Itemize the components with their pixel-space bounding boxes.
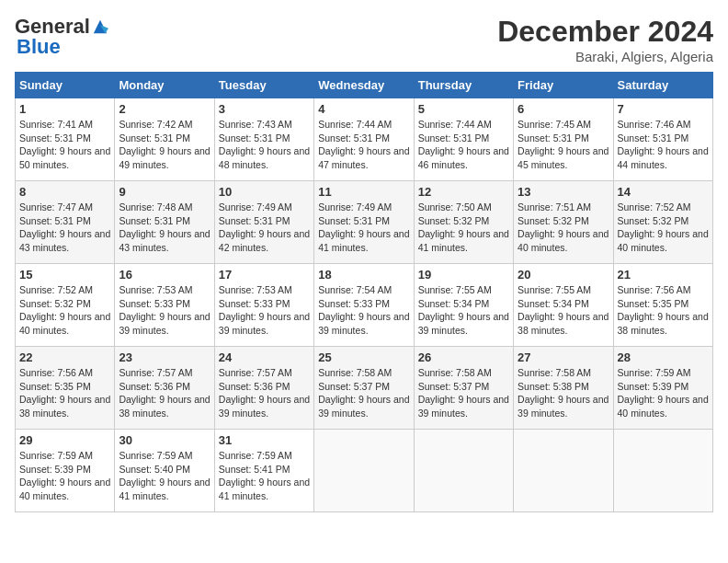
day-number: 22 (19, 350, 110, 364)
calendar-day-cell: 22 Sunrise: 7:56 AM Sunset: 5:35 PM Dayl… (16, 347, 115, 430)
calendar-day-cell: 10 Sunrise: 7:49 AM Sunset: 5:31 PM Dayl… (214, 181, 313, 264)
day-number: 30 (119, 433, 210, 447)
day-number: 26 (418, 350, 509, 364)
calendar-day-cell: 3 Sunrise: 7:43 AM Sunset: 5:31 PM Dayli… (214, 98, 313, 181)
day-number: 16 (119, 268, 210, 282)
day-info: Sunrise: 7:50 AM Sunset: 5:32 PM Dayligh… (418, 201, 509, 253)
day-info: Sunrise: 7:45 AM Sunset: 5:31 PM Dayligh… (518, 119, 609, 170)
calendar-day-cell: 8 Sunrise: 7:47 AM Sunset: 5:31 PM Dayli… (16, 181, 115, 264)
calendar-day-cell: 13 Sunrise: 7:51 AM Sunset: 5:32 PM Dayl… (514, 181, 613, 264)
logo-icon (92, 18, 108, 35)
day-number: 24 (219, 350, 310, 364)
empty-cell (414, 430, 513, 512)
calendar-table: SundayMondayTuesdayWednesdayThursdayFrid… (15, 72, 713, 512)
day-info: Sunrise: 7:44 AM Sunset: 5:31 PM Dayligh… (318, 119, 409, 170)
calendar-day-cell: 17 Sunrise: 7:53 AM Sunset: 5:33 PM Dayl… (214, 264, 313, 347)
day-number: 5 (418, 102, 509, 116)
day-info: Sunrise: 7:49 AM Sunset: 5:31 PM Dayligh… (219, 201, 310, 253)
calendar-day-cell: 29 Sunrise: 7:59 AM Sunset: 5:39 PM Dayl… (16, 430, 115, 512)
calendar-day-cell: 19 Sunrise: 7:55 AM Sunset: 5:34 PM Dayl… (414, 264, 513, 347)
day-info: Sunrise: 7:52 AM Sunset: 5:32 PM Dayligh… (618, 201, 709, 253)
calendar-day-cell: 16 Sunrise: 7:53 AM Sunset: 5:33 PM Dayl… (115, 264, 214, 347)
calendar-day-cell: 14 Sunrise: 7:52 AM Sunset: 5:32 PM Dayl… (613, 181, 712, 264)
day-info: Sunrise: 7:58 AM Sunset: 5:37 PM Dayligh… (318, 367, 409, 419)
empty-cell (613, 430, 712, 512)
calendar-day-cell: 23 Sunrise: 7:57 AM Sunset: 5:36 PM Dayl… (115, 347, 214, 430)
calendar-day-cell: 31 Sunrise: 7:59 AM Sunset: 5:41 PM Dayl… (214, 430, 313, 512)
weekday-header: Monday (115, 73, 214, 98)
calendar-day-cell: 6 Sunrise: 7:45 AM Sunset: 5:31 PM Dayli… (514, 98, 613, 181)
day-info: Sunrise: 7:42 AM Sunset: 5:31 PM Dayligh… (119, 119, 210, 170)
calendar-week-row: 1 Sunrise: 7:41 AM Sunset: 5:31 PM Dayli… (16, 98, 713, 181)
day-number: 31 (219, 433, 310, 447)
weekday-header: Saturday (613, 73, 712, 98)
calendar-day-cell: 27 Sunrise: 7:58 AM Sunset: 5:38 PM Dayl… (514, 347, 613, 430)
day-info: Sunrise: 7:59 AM Sunset: 5:40 PM Dayligh… (119, 450, 210, 501)
logo-blue: Blue (17, 35, 61, 59)
weekday-header: Tuesday (214, 73, 313, 98)
weekday-header: Thursday (414, 73, 513, 98)
empty-cell (314, 430, 414, 512)
day-info: Sunrise: 7:53 AM Sunset: 5:33 PM Dayligh… (119, 284, 210, 336)
day-number: 21 (618, 268, 709, 282)
day-info: Sunrise: 7:53 AM Sunset: 5:33 PM Dayligh… (219, 284, 310, 336)
calendar-day-cell: 30 Sunrise: 7:59 AM Sunset: 5:40 PM Dayl… (115, 430, 214, 512)
calendar-day-cell: 1 Sunrise: 7:41 AM Sunset: 5:31 PM Dayli… (16, 98, 115, 181)
title-block: December 2024 Baraki, Algiers, Algeria (497, 15, 713, 64)
day-info: Sunrise: 7:44 AM Sunset: 5:31 PM Dayligh… (418, 119, 509, 170)
day-info: Sunrise: 7:41 AM Sunset: 5:31 PM Dayligh… (19, 119, 110, 170)
day-number: 12 (418, 185, 509, 199)
calendar-day-cell: 20 Sunrise: 7:55 AM Sunset: 5:34 PM Dayl… (514, 264, 613, 347)
day-number: 11 (318, 185, 409, 199)
day-info: Sunrise: 7:49 AM Sunset: 5:31 PM Dayligh… (318, 201, 409, 253)
day-number: 25 (318, 350, 409, 364)
day-info: Sunrise: 7:52 AM Sunset: 5:32 PM Dayligh… (19, 284, 110, 336)
calendar-day-cell: 12 Sunrise: 7:50 AM Sunset: 5:32 PM Dayl… (414, 181, 513, 264)
calendar-day-cell: 25 Sunrise: 7:58 AM Sunset: 5:37 PM Dayl… (314, 347, 414, 430)
day-number: 14 (618, 185, 709, 199)
calendar-day-cell: 11 Sunrise: 7:49 AM Sunset: 5:31 PM Dayl… (314, 181, 414, 264)
day-info: Sunrise: 7:59 AM Sunset: 5:41 PM Dayligh… (219, 450, 310, 501)
weekday-header: Wednesday (314, 73, 414, 98)
day-number: 17 (219, 268, 310, 282)
calendar-week-row: 15 Sunrise: 7:52 AM Sunset: 5:32 PM Dayl… (16, 264, 713, 347)
location: Baraki, Algiers, Algeria (497, 49, 713, 64)
calendar-day-cell: 7 Sunrise: 7:46 AM Sunset: 5:31 PM Dayli… (613, 98, 712, 181)
calendar-header-row: SundayMondayTuesdayWednesdayThursdayFrid… (16, 73, 713, 98)
day-number: 3 (219, 102, 310, 116)
day-info: Sunrise: 7:58 AM Sunset: 5:38 PM Dayligh… (518, 367, 609, 419)
logo: General Blue (15, 15, 108, 59)
day-number: 8 (19, 185, 110, 199)
day-info: Sunrise: 7:57 AM Sunset: 5:36 PM Dayligh… (119, 367, 210, 419)
page-header: General Blue December 2024 Baraki, Algie… (15, 15, 713, 64)
day-info: Sunrise: 7:43 AM Sunset: 5:31 PM Dayligh… (219, 119, 310, 170)
day-info: Sunrise: 7:48 AM Sunset: 5:31 PM Dayligh… (119, 201, 210, 253)
day-info: Sunrise: 7:47 AM Sunset: 5:31 PM Dayligh… (19, 201, 110, 253)
day-number: 23 (119, 350, 210, 364)
day-number: 20 (518, 268, 609, 282)
calendar-week-row: 29 Sunrise: 7:59 AM Sunset: 5:39 PM Dayl… (16, 430, 713, 512)
day-info: Sunrise: 7:57 AM Sunset: 5:36 PM Dayligh… (219, 367, 310, 419)
day-number: 7 (618, 102, 709, 116)
day-number: 9 (119, 185, 210, 199)
day-number: 10 (219, 185, 310, 199)
calendar-day-cell: 26 Sunrise: 7:58 AM Sunset: 5:37 PM Dayl… (414, 347, 513, 430)
month-title: December 2024 (497, 15, 713, 49)
day-number: 1 (19, 102, 110, 116)
weekday-header: Friday (514, 73, 613, 98)
day-info: Sunrise: 7:51 AM Sunset: 5:32 PM Dayligh… (518, 201, 609, 253)
day-info: Sunrise: 7:59 AM Sunset: 5:39 PM Dayligh… (618, 367, 709, 419)
day-number: 29 (19, 433, 110, 447)
day-info: Sunrise: 7:55 AM Sunset: 5:34 PM Dayligh… (518, 284, 609, 336)
day-info: Sunrise: 7:56 AM Sunset: 5:35 PM Dayligh… (19, 367, 110, 419)
calendar-day-cell: 4 Sunrise: 7:44 AM Sunset: 5:31 PM Dayli… (314, 98, 414, 181)
day-info: Sunrise: 7:59 AM Sunset: 5:39 PM Dayligh… (19, 450, 110, 501)
day-number: 13 (518, 185, 609, 199)
day-number: 2 (119, 102, 210, 116)
day-info: Sunrise: 7:58 AM Sunset: 5:37 PM Dayligh… (418, 367, 509, 419)
weekday-header: Sunday (16, 73, 115, 98)
calendar-day-cell: 15 Sunrise: 7:52 AM Sunset: 5:32 PM Dayl… (16, 264, 115, 347)
day-number: 6 (518, 102, 609, 116)
day-number: 4 (318, 102, 409, 116)
calendar-day-cell: 21 Sunrise: 7:56 AM Sunset: 5:35 PM Dayl… (613, 264, 712, 347)
